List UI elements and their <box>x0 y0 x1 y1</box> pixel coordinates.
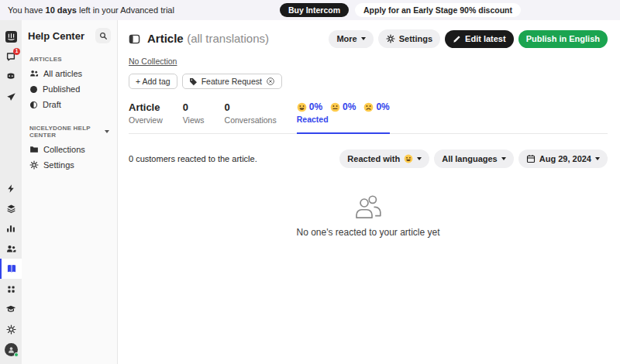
tab-conversations[interactable]: 0 Conversations <box>225 101 277 133</box>
caret-down-icon <box>417 157 422 160</box>
sidebar-item-collections[interactable]: Collections <box>28 142 111 157</box>
app-navigation-rail: 1 <box>0 20 22 364</box>
apps-grid-icon[interactable] <box>0 279 22 299</box>
feature-request-tag[interactable]: Feature Request <box>182 74 282 89</box>
outbound-icon[interactable] <box>0 87 22 107</box>
search-button[interactable] <box>95 28 111 43</box>
sidebar-item-all-articles[interactable]: All articles <box>28 66 111 81</box>
reaction-summary: 0 customers reacted to the article. <box>129 154 257 163</box>
sidebar-item-draft[interactable]: Draft <box>28 97 111 112</box>
calendar-icon <box>526 154 536 163</box>
happy-reaction: 0% <box>297 101 322 112</box>
happy-face-icon <box>297 102 307 112</box>
automation-icon[interactable] <box>0 178 22 198</box>
academy-cap-icon[interactable] <box>0 299 22 319</box>
fin-ai-icon[interactable] <box>0 67 22 87</box>
online-status-dot <box>14 352 19 357</box>
sidebar-item-label: Published <box>43 84 80 94</box>
caret-down-icon <box>361 37 366 40</box>
settings-button[interactable]: Settings <box>378 29 440 48</box>
neutral-face-icon <box>330 102 340 112</box>
pencil-icon <box>453 35 461 43</box>
intercom-logo-icon[interactable] <box>0 26 22 46</box>
tab-reacted[interactable]: 0% 0% 0% Reacted <box>297 101 390 133</box>
trial-banner: You have 10 days left in your Advanced t… <box>0 0 620 20</box>
date-filter[interactable]: Aug 29, 2024 <box>518 149 608 168</box>
folder-icon <box>29 145 39 154</box>
language-filter[interactable]: All languages <box>434 149 514 168</box>
section-label-workspace[interactable]: NICELYDONE HELP CENTER <box>29 125 109 139</box>
section-label-articles: ARTICLES <box>29 56 109 63</box>
edit-latest-button[interactable]: Edit latest <box>445 30 514 48</box>
happy-face-icon <box>404 154 413 163</box>
caret-down-icon <box>595 157 600 160</box>
empty-state: No one's reacted to your article yet <box>129 194 608 238</box>
chevron-down-icon <box>105 130 109 133</box>
contacts-icon[interactable] <box>0 239 22 259</box>
collapse-sidebar-icon[interactable] <box>129 33 140 45</box>
sad-face-icon <box>363 102 374 112</box>
knowledge-layers-icon[interactable] <box>0 198 22 218</box>
help-center-sidebar: Help Center ARTICLES All articles Publis… <box>22 20 118 364</box>
gear-icon <box>29 160 39 170</box>
gear-icon <box>386 34 395 43</box>
tab-views[interactable]: 0 Views <box>183 101 205 133</box>
remove-tag-icon[interactable] <box>266 77 275 86</box>
sidebar-item-published[interactable]: Published <box>28 81 111 97</box>
empty-state-message: No one's reacted to your article yet <box>296 227 439 238</box>
inbox-icon[interactable]: 1 <box>0 46 22 67</box>
no-collection-link[interactable]: No Collection <box>129 57 177 66</box>
filled-circle-icon <box>29 85 38 94</box>
sidebar-item-label: Settings <box>43 160 74 170</box>
people-icon <box>29 69 39 78</box>
tag-label: Feature Request <box>202 77 262 86</box>
trial-text: You have 10 days left in your Advanced t… <box>8 5 174 15</box>
caret-down-icon <box>501 157 506 160</box>
sidebar-item-settings[interactable]: Settings <box>28 157 111 173</box>
inbox-badge: 1 <box>13 48 20 55</box>
tab-overview[interactable]: Article Overview <box>129 101 163 133</box>
publish-button[interactable]: Publish in English <box>518 30 608 48</box>
early-stage-discount-button[interactable]: Apply for an Early Stage 90% discount <box>355 3 521 18</box>
tag-icon <box>189 77 198 86</box>
reports-icon[interactable] <box>0 218 22 239</box>
add-tag-button[interactable]: + Add tag <box>129 74 177 89</box>
sad-reaction: 0% <box>363 101 389 112</box>
user-avatar[interactable] <box>0 339 22 359</box>
buy-intercom-button[interactable]: Buy Intercom <box>280 3 349 18</box>
help-center-book-icon[interactable] <box>0 259 22 279</box>
reacted-with-filter[interactable]: Reacted with <box>339 149 429 168</box>
settings-gear-icon[interactable] <box>0 319 22 339</box>
more-button[interactable]: More <box>329 30 373 48</box>
panel-title: Help Center <box>28 30 84 42</box>
article-main-panel: Article (all translations) More Settings… <box>118 20 620 364</box>
sidebar-item-label: Draft <box>43 100 61 109</box>
sidebar-item-label: Collections <box>43 145 85 154</box>
sidebar-item-label: All articles <box>43 69 82 78</box>
article-stats-tabs: Article Overview 0 Views 0 Conversations… <box>129 101 608 134</box>
neutral-reaction: 0% <box>330 101 356 112</box>
people-group-icon <box>353 194 384 219</box>
page-title: Article (all translations) <box>147 32 269 46</box>
search-icon <box>99 32 108 40</box>
avatar <box>5 343 18 356</box>
half-circle-icon <box>29 101 38 109</box>
